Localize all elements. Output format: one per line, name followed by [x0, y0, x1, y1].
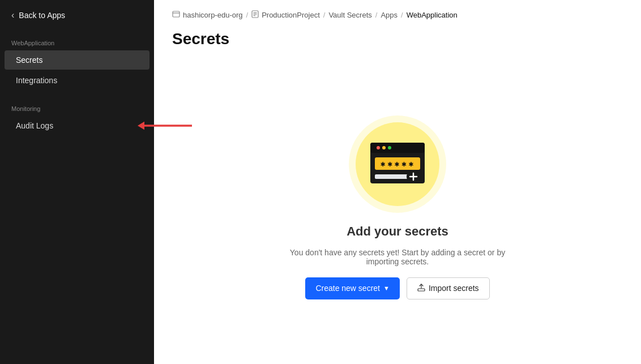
- page-title: Secrets: [154, 25, 641, 48]
- breadcrumb-apps: Apps: [381, 11, 398, 19]
- sidebar: ‹ Back to Apps WebApplication Secrets In…: [0, 0, 154, 364]
- breadcrumb-sep-4: /: [401, 11, 403, 19]
- create-new-secret-button[interactable]: Create new secret ▼: [305, 277, 400, 299]
- svg-marker-1: [138, 122, 144, 130]
- sidebar-item-integrations[interactable]: Integrations: [5, 71, 149, 90]
- upload-icon: [417, 284, 425, 293]
- org-icon: [172, 10, 180, 20]
- svg-rect-2: [173, 11, 180, 17]
- main-content: hashicorp-edu-org / ProductionProject / …: [154, 0, 641, 364]
- empty-state-title: Add your secrets: [347, 224, 448, 239]
- svg-point-13: [382, 146, 386, 149]
- create-secret-label: Create new secret: [315, 284, 380, 293]
- action-buttons: Create new secret ▼ Import secrets: [305, 277, 489, 299]
- back-link-label: Back to Apps: [19, 11, 65, 20]
- breadcrumb-sep-2: /: [323, 11, 326, 19]
- breadcrumb: hashicorp-edu-org / ProductionProject / …: [154, 0, 641, 25]
- breadcrumb-org: hashicorp-edu-org: [172, 10, 243, 20]
- sidebar-item-secrets[interactable]: Secrets: [5, 50, 149, 70]
- chevron-down-icon: ▼: [383, 285, 390, 292]
- red-arrow-annotation: [134, 119, 202, 132]
- empty-state: ✱✱✱✱✱ Add your secrets You don't have an…: [154, 48, 641, 364]
- breadcrumb-project: ProductionProject: [251, 10, 320, 20]
- breadcrumb-sep-1: /: [246, 11, 249, 19]
- back-to-apps-link[interactable]: ‹ Back to Apps: [0, 0, 154, 31]
- secrets-illustration: ✱✱✱✱✱: [347, 113, 448, 215]
- svg-rect-17: [375, 174, 409, 179]
- doc-icon: [251, 10, 259, 20]
- svg-point-14: [388, 146, 391, 149]
- empty-state-description: You don't have any secrets yet! Start by…: [279, 248, 516, 266]
- sidebar-item-audit-logs[interactable]: Audit Logs: [5, 116, 149, 135]
- svg-text:✱✱✱✱✱: ✱✱✱✱✱: [381, 159, 416, 168]
- svg-point-12: [377, 146, 380, 149]
- sidebar-app-name: WebApplication: [0, 31, 154, 50]
- import-secrets-button[interactable]: Import secrets: [407, 277, 490, 299]
- monitoring-label: Monitoring: [0, 96, 154, 115]
- breadcrumb-vault: Vault Secrets: [328, 11, 371, 19]
- svg-rect-21: [418, 289, 425, 291]
- import-secrets-label: Import secrets: [429, 284, 479, 293]
- breadcrumb-sep-3: /: [375, 11, 378, 19]
- breadcrumb-webapp: WebApplication: [407, 11, 458, 19]
- back-arrow-icon: ‹: [11, 10, 14, 20]
